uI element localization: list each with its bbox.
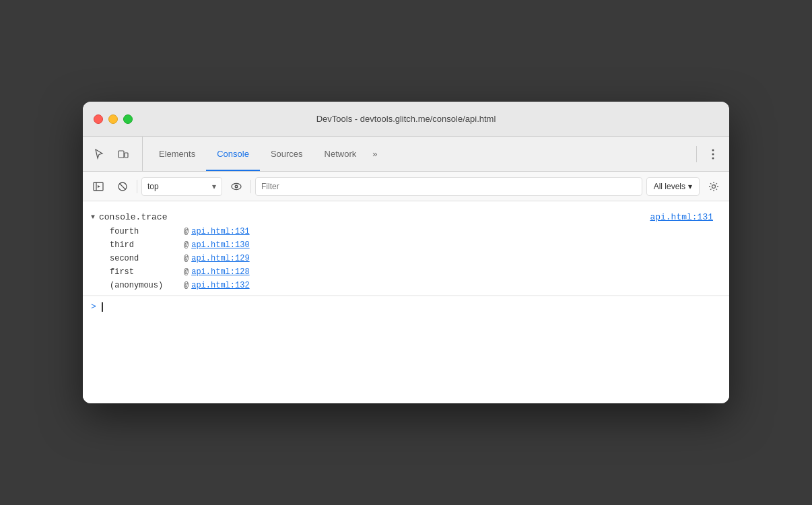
svg-rect-1 <box>125 153 128 158</box>
function-name: third <box>110 240 184 250</box>
window-title: DevTools - devtools.glitch.me/console/ap… <box>316 114 496 124</box>
separator <box>696 146 697 162</box>
function-name: first <box>110 267 184 277</box>
trace-header-link[interactable]: api.html:131 <box>650 212 713 222</box>
cursor-icon <box>94 149 104 160</box>
console-output: ▼ console.trace api.html:131 fourth @ ap… <box>83 201 729 403</box>
live-expression-button[interactable] <box>226 176 246 197</box>
log-levels-button[interactable]: All levels ▾ <box>646 177 700 196</box>
svg-rect-0 <box>119 151 124 158</box>
source-link[interactable]: api.html:128 <box>191 267 249 277</box>
console-input-line: > <box>83 296 729 317</box>
traffic-lights <box>94 114 133 124</box>
devtools-window: DevTools - devtools.glitch.me/console/ap… <box>83 102 729 403</box>
ban-icon <box>117 181 128 192</box>
sidebar-icon <box>93 181 104 192</box>
table-row: (anonymous) @ api.html:132 <box>83 279 729 292</box>
at-symbol: @ <box>184 240 189 250</box>
table-row: fourth @ api.html:131 <box>83 225 729 238</box>
trace-rows: fourth @ api.html:131 third @ api.html:1… <box>83 225 729 292</box>
maximize-button[interactable] <box>123 114 133 124</box>
table-row: second @ api.html:129 <box>83 252 729 265</box>
more-options-button[interactable] <box>702 143 724 165</box>
kebab-menu-icon <box>708 149 718 160</box>
more-tabs-button[interactable]: » <box>367 137 382 171</box>
toolbar-right <box>693 137 724 171</box>
table-row: third @ api.html:130 <box>83 238 729 252</box>
title-bar: DevTools - devtools.glitch.me/console/ap… <box>83 102 729 137</box>
source-link[interactable]: api.html:132 <box>191 281 249 290</box>
close-button[interactable] <box>94 114 103 124</box>
trace-header[interactable]: ▼ console.trace api.html:131 <box>83 209 729 225</box>
eye-icon <box>231 181 242 192</box>
at-symbol: @ <box>184 227 189 236</box>
svg-point-4 <box>712 157 714 159</box>
at-symbol: @ <box>184 281 189 290</box>
toolbar-separator-2 <box>250 180 251 193</box>
function-name: fourth <box>110 227 184 236</box>
filter-wrapper <box>255 177 642 196</box>
tab-elements[interactable]: Elements <box>148 137 206 171</box>
source-link[interactable]: api.html:130 <box>191 240 249 250</box>
collapse-toggle-icon[interactable]: ▼ <box>91 213 95 221</box>
svg-point-13 <box>712 184 716 188</box>
function-name: (anonymous) <box>110 281 184 290</box>
console-cursor <box>102 302 103 312</box>
console-settings-button[interactable] <box>704 176 724 197</box>
inspect-element-button[interactable] <box>88 143 110 165</box>
at-symbol: @ <box>184 254 189 263</box>
toolbar-left <box>88 137 143 171</box>
chevron-down-icon: ▾ <box>212 182 216 191</box>
svg-point-3 <box>712 153 714 155</box>
svg-line-9 <box>120 183 126 189</box>
tab-bar: Elements Console Sources Network » <box>83 137 729 172</box>
tabs: Elements Console Sources Network » <box>148 137 693 171</box>
svg-point-2 <box>712 149 714 151</box>
device-icon <box>118 149 129 160</box>
svg-point-12 <box>236 186 237 187</box>
svg-marker-7 <box>98 185 100 188</box>
gear-icon <box>708 181 719 192</box>
table-row: first @ api.html:128 <box>83 265 729 279</box>
toolbar-separator-1 <box>137 180 137 193</box>
clear-console-button[interactable] <box>112 176 133 197</box>
trace-header-text: console.trace <box>99 212 650 222</box>
filter-input[interactable] <box>261 182 636 191</box>
console-toolbar: top ▾ All levels ▾ <box>83 172 729 201</box>
source-link[interactable]: api.html:131 <box>191 227 249 236</box>
at-symbol: @ <box>184 267 189 277</box>
tab-network[interactable]: Network <box>314 137 368 171</box>
tab-console[interactable]: Console <box>206 137 260 171</box>
console-prompt: > <box>91 302 96 312</box>
source-link[interactable]: api.html:129 <box>191 254 249 263</box>
sidebar-toggle-button[interactable] <box>88 176 108 197</box>
tab-sources[interactable]: Sources <box>260 137 314 171</box>
device-toolbar-button[interactable] <box>112 143 134 165</box>
chevron-down-icon: ▾ <box>688 182 692 191</box>
console-empty-area[interactable] <box>83 317 729 398</box>
minimize-button[interactable] <box>108 114 118 124</box>
function-name: second <box>110 254 184 263</box>
trace-entry: ▼ console.trace api.html:131 fourth @ ap… <box>83 207 729 296</box>
context-selector[interactable]: top ▾ <box>141 177 222 196</box>
